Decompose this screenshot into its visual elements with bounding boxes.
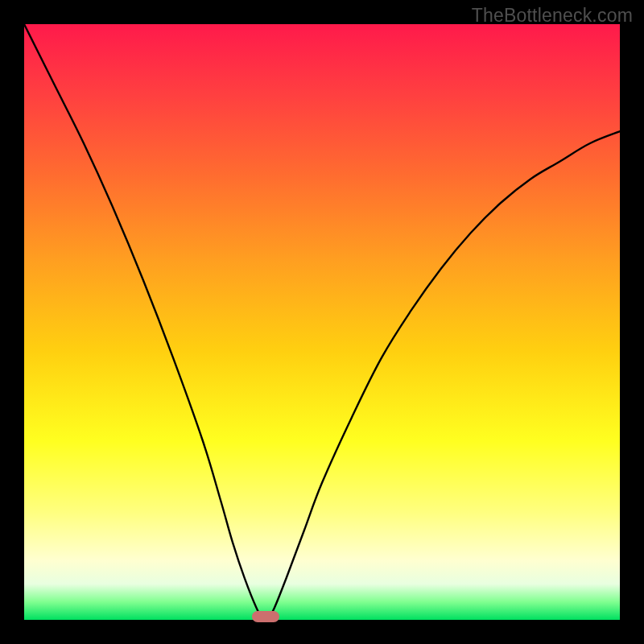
bottleneck-curve (24, 24, 620, 618)
curve-svg (24, 24, 620, 620)
watermark-text: TheBottleneck.com (472, 5, 633, 27)
optimal-marker (252, 611, 279, 622)
outer-frame: TheBottleneck.com (0, 0, 644, 644)
plot-area (24, 24, 620, 620)
